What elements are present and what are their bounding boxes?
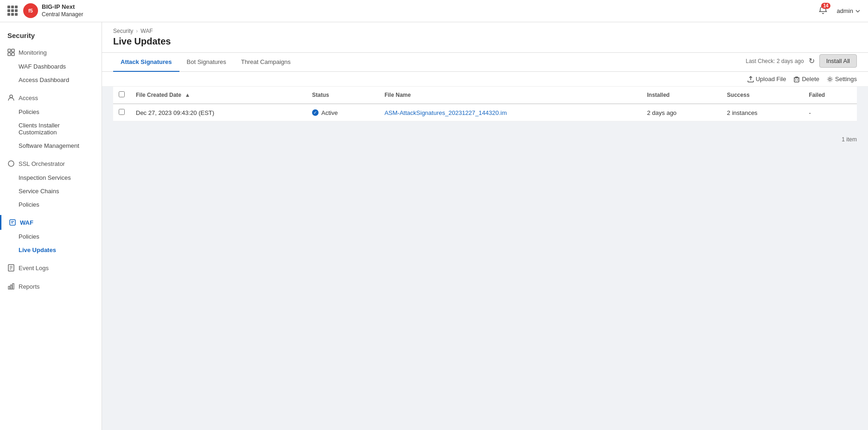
sidebar-item-waf-dashboards[interactable]: WAF Dashboards — [0, 60, 102, 73]
content-area: Security › WAF Live Updates Attack Signa… — [102, 22, 868, 430]
col-header-success[interactable]: Success — [721, 87, 804, 104]
sidebar-group-waf: WAF Policies Live Updates — [0, 215, 102, 257]
svg-rect-0 — [8, 49, 11, 52]
sidebar-item-waf-policies[interactable]: Policies — [0, 230, 102, 243]
table-container: File Created Date ▲ Status File Name Ins… — [102, 87, 868, 133]
col-header-failed[interactable]: Failed — [803, 87, 857, 104]
sidebar-group-header-monitoring[interactable]: Monitoring — [0, 45, 102, 60]
table-body: Dec 27, 2023 09:43:20 (EST) Active ASM-A… — [113, 104, 857, 121]
delete-button[interactable]: Delete — [793, 76, 819, 82]
svg-rect-1 — [12, 49, 14, 52]
sidebar-item-service-chains[interactable]: Service Chains — [0, 184, 102, 198]
event-logs-label: Event Logs — [19, 265, 49, 272]
install-all-button[interactable]: Install All — [819, 54, 857, 68]
monitoring-label: Monitoring — [19, 49, 47, 56]
topbar: f5 BIG-IP Next Central Manager 14 admin — [0, 0, 868, 22]
status-dot — [312, 109, 319, 116]
waf-icon — [9, 219, 16, 226]
sort-icon: ▲ — [185, 92, 190, 98]
cell-installed: 2 days ago — [641, 104, 721, 121]
sidebar-item-software-mgmt[interactable]: Software Management — [0, 139, 102, 152]
sidebar-group-header-ssl[interactable]: SSL Orchestrator — [0, 156, 102, 171]
sidebar-section-title: Security — [0, 30, 102, 45]
tab-attack-signatures[interactable]: Attack Signatures — [113, 53, 179, 72]
sidebar-item-policies-access[interactable]: Policies — [0, 105, 102, 119]
sidebar-group-monitoring: Monitoring WAF Dashboards Access Dashboa… — [0, 45, 102, 87]
sidebar-group-header-access[interactable]: Access — [0, 90, 102, 105]
svg-rect-13 — [8, 286, 10, 289]
breadcrumb-security: Security — [113, 28, 133, 34]
sidebar: Security Monitoring WAF Dashboards Acces… — [0, 22, 102, 430]
ssl-icon — [7, 160, 15, 167]
logo-text: BIG-IP Next Central Manager — [42, 3, 83, 18]
svg-rect-3 — [12, 53, 14, 56]
reports-icon — [7, 283, 15, 290]
select-all-checkbox[interactable] — [119, 91, 125, 97]
svg-point-4 — [10, 95, 13, 98]
breadcrumb: Security › WAF — [113, 28, 857, 34]
sidebar-group-reports: Reports — [0, 279, 102, 294]
tabs-toolbar-row: Attack Signatures Bot Signatures Threat … — [102, 53, 868, 72]
table-header-row: File Created Date ▲ Status File Name Ins… — [113, 87, 857, 104]
table-row: Dec 27, 2023 09:43:20 (EST) Active ASM-A… — [113, 104, 857, 121]
tabs-bar: Attack Signatures Bot Signatures Threat … — [113, 53, 746, 71]
col-header-installed[interactable]: Installed — [641, 87, 721, 104]
sidebar-item-inspection-services[interactable]: Inspection Services — [0, 171, 102, 184]
sidebar-item-access-dashboard[interactable]: Access Dashboard — [0, 73, 102, 87]
grid-menu-button[interactable] — [7, 6, 18, 16]
grid-menu-icon — [7, 6, 18, 16]
svg-rect-14 — [11, 285, 12, 289]
refresh-button[interactable]: ↻ — [809, 57, 815, 65]
notification-badge: 14 — [821, 3, 830, 9]
last-check-label: Last Check: 2 days ago — [746, 58, 804, 64]
breadcrumb-separator: › — [136, 28, 138, 34]
admin-menu-button[interactable]: admin — [837, 7, 861, 14]
cell-file-created-date: Dec 27, 2023 09:43:20 (EST) — [130, 104, 306, 121]
topbar-right: 14 admin — [817, 4, 861, 18]
sidebar-group-header-reports[interactable]: Reports — [0, 279, 102, 294]
delete-icon — [793, 76, 800, 82]
ssl-label: SSL Orchestrator — [19, 160, 65, 167]
svg-rect-15 — [13, 284, 14, 289]
sidebar-group-header-waf[interactable]: WAF — [0, 215, 102, 230]
svg-rect-6 — [10, 220, 15, 225]
upload-icon — [747, 76, 754, 82]
svg-rect-16 — [794, 78, 799, 82]
col-header-file-name[interactable]: File Name — [379, 87, 641, 104]
logo-icon: f5 — [23, 3, 38, 18]
row-checkbox[interactable] — [119, 109, 125, 115]
content-header: Security › WAF Live Updates — [102, 22, 868, 53]
breadcrumb-waf: WAF — [140, 28, 153, 34]
page-title: Live Updates — [113, 36, 857, 47]
sidebar-group-header-event-logs[interactable]: Event Logs — [0, 260, 102, 275]
col-header-file-created-date[interactable]: File Created Date ▲ — [130, 87, 306, 104]
topbar-left: f5 BIG-IP Next Central Manager — [7, 3, 83, 18]
status-text: Active — [321, 109, 338, 116]
chevron-down-icon — [855, 8, 861, 14]
col-header-status[interactable]: Status — [306, 87, 379, 104]
main-layout: Security Monitoring WAF Dashboards Acces… — [0, 22, 868, 430]
notification-button[interactable]: 14 — [817, 4, 830, 18]
sidebar-item-clients-installer[interactable]: Clients Installer Customization — [0, 119, 102, 139]
monitoring-icon — [7, 49, 15, 56]
access-icon — [7, 94, 15, 101]
settings-button[interactable]: Settings — [827, 76, 857, 82]
tab-bot-signatures[interactable]: Bot Signatures — [179, 53, 234, 72]
cell-status: Active — [306, 104, 379, 121]
sidebar-item-policies-ssl[interactable]: Policies — [0, 198, 102, 211]
cell-file-name: ASM-AttackSignatures_20231227_144320.im — [379, 104, 641, 121]
cell-success: 2 instances — [721, 104, 804, 121]
tab-threat-campaigns[interactable]: Threat Campaigns — [234, 53, 298, 72]
event-logs-icon — [7, 264, 15, 272]
reports-label: Reports — [19, 283, 40, 290]
sidebar-group-ssl: SSL Orchestrator Inspection Services Ser… — [0, 156, 102, 211]
upload-file-button[interactable]: Upload File — [747, 76, 786, 82]
footer-count: 1 item — [102, 133, 868, 146]
toolbar: Last Check: 2 days ago ↻ Install All — [746, 54, 857, 71]
action-row: Upload File Delete Settings — [102, 72, 868, 87]
row-checkbox-cell — [113, 104, 130, 121]
sidebar-group-access: Access Policies Clients Installer Custom… — [0, 90, 102, 152]
file-name-link[interactable]: ASM-AttackSignatures_20231227_144320.im — [384, 109, 507, 116]
status-active: Active — [312, 109, 373, 116]
sidebar-item-live-updates[interactable]: Live Updates — [0, 243, 102, 257]
